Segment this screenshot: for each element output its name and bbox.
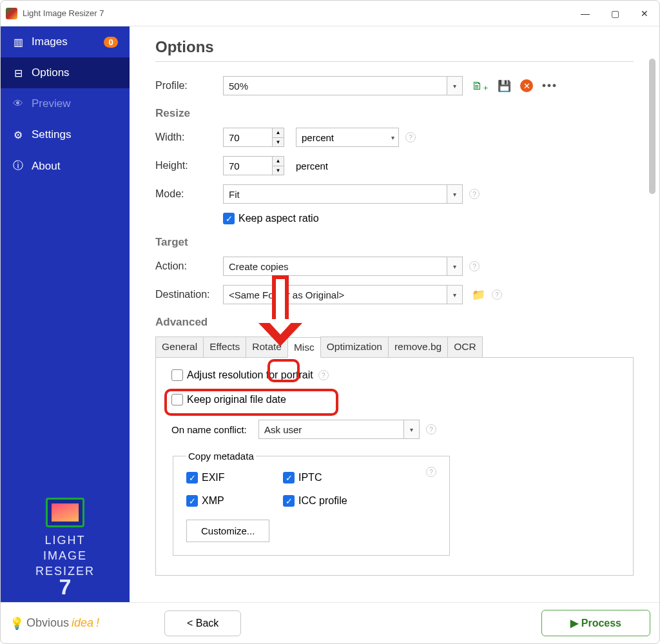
meta-exif-checkbox[interactable]: ✓EXIF bbox=[186, 472, 283, 483]
meta-xmp-checkbox[interactable]: ✓XMP bbox=[186, 495, 283, 507]
tab-ocr[interactable]: OCR bbox=[447, 337, 482, 357]
conflict-row: On name conflict: Ask user ▾ ? bbox=[171, 420, 617, 439]
help-icon[interactable]: ? bbox=[318, 370, 329, 380]
sidebar-item-label: Preview bbox=[32, 97, 70, 110]
sidebar-item-label: Options bbox=[32, 66, 70, 79]
bottom-bar: 💡 Obviousidea! < Back Process bbox=[1, 602, 659, 643]
minimize-button[interactable]: ― bbox=[570, 1, 600, 26]
tab-general[interactable]: General bbox=[155, 337, 204, 357]
width-label: Width: bbox=[155, 132, 223, 143]
action-value: Create copies bbox=[229, 261, 289, 272]
action-row: Action: Create copies ▾ ? bbox=[155, 257, 634, 276]
keep-aspect-label: Keep aspect ratio bbox=[238, 213, 319, 224]
chevron-down-icon: ▾ bbox=[447, 185, 462, 203]
process-button[interactable]: Process bbox=[541, 610, 650, 636]
chevron-down-icon: ▾ bbox=[391, 134, 394, 141]
keep-aspect-checkbox[interactable]: ✓ Keep aspect ratio bbox=[223, 213, 319, 224]
profile-value: 50% bbox=[229, 81, 248, 92]
images-icon: ▥ bbox=[12, 36, 24, 48]
meta-iptc-checkbox[interactable]: ✓IPTC bbox=[283, 472, 386, 483]
sidebar-item-label: Images bbox=[32, 35, 68, 48]
lightbulb-icon: 💡 bbox=[10, 616, 24, 630]
help-icon[interactable]: ? bbox=[426, 424, 436, 434]
width-input[interactable]: 70 ▲▼ bbox=[223, 128, 284, 147]
profile-label: Profile: bbox=[155, 80, 223, 92]
sidebar-logo: LIGHT IMAGE RESIZER 7 bbox=[1, 486, 130, 602]
mode-value: Fit bbox=[229, 189, 240, 200]
delete-profile-icon[interactable]: ✕ bbox=[520, 79, 533, 92]
save-profile-icon[interactable]: 💾 bbox=[498, 79, 511, 93]
sidebar-item-settings[interactable]: ⚙ Settings bbox=[1, 119, 130, 150]
gear-icon: ⚙ bbox=[12, 129, 24, 141]
height-spinner[interactable]: ▲▼ bbox=[272, 157, 284, 175]
conflict-dropdown[interactable]: Ask user ▾ bbox=[258, 420, 420, 439]
close-button[interactable]: ✕ bbox=[630, 1, 659, 26]
width-spinner[interactable]: ▲▼ bbox=[272, 128, 284, 146]
checkbox-checked-icon: ✓ bbox=[186, 472, 198, 483]
brand-link[interactable]: 💡 Obviousidea! bbox=[10, 616, 139, 630]
scrollbar-thumb[interactable] bbox=[649, 59, 655, 194]
main-scroll: Options Profile: 50% ▾ 🗎₊ 💾 ✕ ••• bbox=[155, 38, 634, 599]
advanced-tabs: General Effects Rotate Misc Optimization… bbox=[155, 337, 634, 358]
logo-icon bbox=[46, 498, 84, 527]
resize-heading: Resize bbox=[155, 107, 634, 120]
keep-aspect-row: ✓ Keep aspect ratio bbox=[223, 213, 634, 224]
customize-button[interactable]: Customize... bbox=[186, 520, 269, 542]
more-icon[interactable]: ••• bbox=[542, 79, 558, 92]
annotation-box-adjust-portrait bbox=[164, 389, 338, 416]
meta-icc-label: ICC profile bbox=[298, 495, 347, 507]
checkbox-checked-icon: ✓ bbox=[283, 495, 295, 507]
window-controls: ― ▢ ✕ bbox=[570, 1, 659, 26]
width-unit-value: percent bbox=[302, 132, 334, 143]
help-icon[interactable]: ? bbox=[469, 189, 480, 199]
folder-icon[interactable]: 📁 bbox=[472, 288, 485, 302]
sidebar-item-options[interactable]: ⊟ Options bbox=[1, 57, 130, 88]
width-row: Width: 70 ▲▼ percent ▾ ? bbox=[155, 128, 634, 147]
chevron-down-icon: ▾ bbox=[403, 420, 419, 438]
info-icon: ⓘ bbox=[12, 159, 24, 173]
app-title: Light Image Resizer 7 bbox=[23, 8, 104, 18]
checkbox-checked-icon: ✓ bbox=[186, 495, 198, 507]
maximize-button[interactable]: ▢ bbox=[600, 1, 630, 26]
sidebar: ▥ Images 0 ⊟ Options 👁 Preview ⚙ Setting… bbox=[1, 26, 130, 602]
checkbox-checked-icon: ✓ bbox=[283, 472, 295, 483]
checkbox-checked-icon: ✓ bbox=[223, 213, 235, 224]
sidebar-item-images[interactable]: ▥ Images 0 bbox=[1, 26, 130, 57]
height-unit: percent bbox=[296, 161, 328, 171]
destination-label: Destination: bbox=[155, 289, 223, 300]
eye-icon: 👁 bbox=[12, 98, 24, 110]
help-icon[interactable]: ? bbox=[426, 467, 436, 477]
sliders-icon: ⊟ bbox=[12, 67, 24, 79]
adjust-portrait-checkbox[interactable]: Adjust resolution for portrait ? bbox=[171, 369, 617, 381]
meta-xmp-label: XMP bbox=[202, 495, 224, 507]
scrollbar[interactable] bbox=[649, 59, 655, 602]
checkbox-unchecked-icon bbox=[171, 369, 183, 381]
help-icon[interactable]: ? bbox=[469, 261, 480, 271]
action-label: Action: bbox=[155, 260, 223, 272]
titlebar: Light Image Resizer 7 ― ▢ ✕ bbox=[1, 1, 659, 26]
width-unit-dropdown[interactable]: percent ▾ bbox=[296, 128, 399, 147]
mode-row: Mode: Fit ▾ ? bbox=[155, 184, 634, 204]
mode-dropdown[interactable]: Fit ▾ bbox=[223, 184, 463, 204]
height-label: Height: bbox=[155, 160, 223, 171]
sidebar-item-preview[interactable]: 👁 Preview bbox=[1, 88, 130, 119]
action-dropdown[interactable]: Create copies ▾ bbox=[223, 257, 463, 276]
profile-row: Profile: 50% ▾ 🗎₊ 💾 ✕ ••• bbox=[155, 76, 634, 95]
profile-dropdown[interactable]: 50% ▾ bbox=[223, 76, 463, 95]
tab-optimization[interactable]: Optimization bbox=[320, 337, 389, 357]
help-icon[interactable]: ? bbox=[492, 289, 502, 300]
back-button[interactable]: < Back bbox=[164, 610, 241, 636]
tab-effects[interactable]: Effects bbox=[203, 337, 246, 357]
sidebar-item-about[interactable]: ⓘ About bbox=[1, 150, 130, 182]
conflict-value: Ask user bbox=[264, 424, 302, 435]
tab-removebg[interactable]: remove.bg bbox=[388, 337, 448, 357]
meta-icc-checkbox[interactable]: ✓ICC profile bbox=[283, 495, 386, 507]
images-count-badge: 0 bbox=[104, 37, 118, 48]
chevron-down-icon: ▾ bbox=[447, 257, 462, 275]
height-input[interactable]: 70 ▲▼ bbox=[223, 156, 284, 175]
main-panel: Options Profile: 50% ▾ 🗎₊ 💾 ✕ ••• bbox=[130, 26, 659, 602]
chevron-down-icon: ▾ bbox=[447, 286, 462, 304]
brand-text-2: idea bbox=[72, 616, 93, 630]
new-profile-icon[interactable]: 🗎₊ bbox=[472, 79, 489, 93]
help-icon[interactable]: ? bbox=[405, 132, 416, 142]
